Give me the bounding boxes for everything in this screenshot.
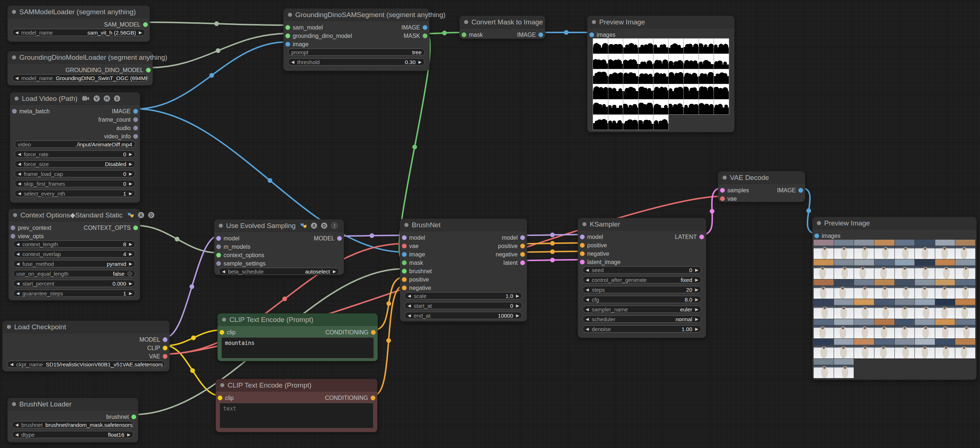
input-slot-dot[interactable] — [402, 269, 407, 274]
increment-arrow-icon[interactable]: ▶ — [695, 317, 698, 321]
widget-beta_schedule[interactable]: ◀beta_scheduleautoselect▶ — [219, 268, 339, 275]
decrement-arrow-icon[interactable]: ◀ — [16, 292, 19, 295]
collapse-dot-icon[interactable] — [288, 13, 292, 17]
output-slot-dot[interactable] — [131, 415, 136, 419]
output-slot-dot[interactable] — [520, 244, 525, 249]
increment-arrow-icon[interactable]: ▶ — [129, 262, 132, 266]
decrement-arrow-icon[interactable]: ◀ — [408, 304, 410, 308]
decrement-arrow-icon[interactable]: ◀ — [586, 278, 589, 282]
input-slot-dot[interactable] — [220, 330, 224, 335]
widget-dtype[interactable]: ◀dtypefloat16▶ — [12, 431, 134, 438]
output-slot-dot[interactable] — [520, 252, 525, 257]
output-slot-dot[interactable] — [143, 22, 148, 27]
node-clip_neg[interactable]: CLIP Text Encode (Prompt)clipCONDITIONIN… — [215, 379, 377, 432]
collapse-dot-icon[interactable] — [13, 213, 17, 217]
output-slot-dot[interactable] — [520, 260, 525, 265]
node-load_video[interactable]: Load Video (Path)VHSmeta_batchIMAGEframe… — [10, 92, 140, 203]
link-midpoint-dot[interactable] — [209, 73, 214, 78]
widget-ckpt_name[interactable]: ◀ckpt_nameSD15/realisticVisionV60B1_v51V… — [7, 360, 165, 368]
decrement-arrow-icon[interactable]: ◀ — [16, 242, 19, 246]
output-slot-dot[interactable] — [423, 25, 427, 30]
input-slot-dot[interactable] — [580, 260, 585, 265]
link-midpoint-dot[interactable] — [550, 241, 555, 246]
node-preview_bottom[interactable]: Preview Imageimages — [812, 217, 977, 380]
node-segment[interactable]: GroundingDinoSAMSegment (segment anythin… — [283, 8, 430, 71]
collapse-dot-icon[interactable] — [14, 97, 19, 100]
increment-arrow-icon[interactable]: ▶ — [129, 152, 132, 156]
widget-control_after_generate[interactable]: ◀control_after_generatefixed▶ — [582, 276, 702, 283]
input-slot-dot[interactable] — [402, 252, 407, 257]
increment-arrow-icon[interactable]: ▶ — [139, 30, 142, 35]
node-title-bar[interactable]: Load Video (Path)VHS — [10, 92, 140, 105]
decrement-arrow-icon[interactable]: ◀ — [16, 252, 19, 256]
output-slot-dot[interactable] — [163, 354, 167, 359]
node-title-bar[interactable]: SAMModelLoader (segment anything) — [8, 6, 150, 18]
node-convert_mask[interactable]: Convert Mask to ImagemaskIMAGE — [460, 16, 545, 39]
collapse-dot-icon[interactable] — [404, 223, 409, 227]
link-midpoint-dot[interactable] — [564, 30, 569, 35]
decrement-arrow-icon[interactable]: ◀ — [586, 268, 589, 272]
widget-skip_first_frames[interactable]: ◀skip_first_frames0▶ — [14, 180, 135, 187]
increment-arrow-icon[interactable]: ▶ — [695, 288, 698, 292]
node-title-bar[interactable]: Preview Image — [813, 217, 976, 230]
output-slot-dot[interactable] — [163, 337, 167, 342]
collapse-dot-icon[interactable] — [12, 10, 16, 14]
prompt-textarea[interactable]: text — [220, 403, 374, 428]
decrement-arrow-icon[interactable]: ◀ — [586, 288, 589, 292]
collapse-dot-icon[interactable] — [12, 55, 16, 59]
node-title-bar[interactable]: VAE Decode — [718, 172, 805, 184]
widget-sampler_name[interactable]: ◀sampler_nameeuler▶ — [582, 306, 702, 313]
decrement-arrow-icon[interactable]: ◀ — [291, 60, 294, 64]
widget-prompt[interactable]: prompttree — [288, 48, 425, 56]
prompt-textarea[interactable]: mountains — [221, 337, 374, 359]
link-midpoint-dot[interactable] — [386, 338, 391, 343]
input-slot-dot[interactable] — [402, 235, 407, 240]
decrement-arrow-icon[interactable]: ◀ — [408, 294, 410, 298]
decrement-arrow-icon[interactable]: ◀ — [18, 191, 21, 196]
input-slot-dot[interactable] — [720, 196, 725, 201]
output-slot-dot[interactable] — [133, 117, 138, 122]
increment-arrow-icon[interactable]: ▶ — [695, 268, 698, 272]
increment-arrow-icon[interactable]: ▶ — [129, 282, 132, 285]
input-slot-dot[interactable] — [580, 234, 585, 239]
collapse-dot-icon[interactable] — [722, 175, 727, 180]
widget-threshold[interactable]: ◀threshold0.30▶ — [288, 58, 425, 65]
decrement-arrow-icon[interactable]: ◀ — [16, 282, 19, 285]
node-title-bar[interactable]: BrushNet — [400, 219, 527, 231]
widget-context_length[interactable]: ◀context_length8▶ — [13, 241, 135, 248]
output-slot-dot[interactable] — [163, 346, 167, 351]
node-ksampler[interactable]: KSamplermodelLATENTpositivenegativelaten… — [578, 218, 706, 338]
decrement-arrow-icon[interactable]: ◀ — [586, 327, 589, 331]
widget-force_size[interactable]: ◀force_sizeDisabled▶ — [14, 160, 135, 167]
increment-arrow-icon[interactable]: ▶ — [127, 433, 130, 437]
node-title-bar[interactable]: BrushNet Loader — [8, 398, 138, 410]
decrement-arrow-icon[interactable]: ◀ — [18, 172, 21, 176]
node-brushnet[interactable]: BrushNetmodelmodelvaepositiveimagenegati… — [400, 218, 527, 322]
decrement-arrow-icon[interactable]: ◀ — [586, 298, 589, 301]
node-title-bar[interactable]: CLIP Text Encode (Prompt) — [218, 314, 377, 326]
node-dino_loader[interactable]: GroundingDinoModelLoader (segment anythi… — [7, 51, 153, 86]
input-slot-dot[interactable] — [402, 277, 407, 282]
widget-model_name[interactable]: ◀model_namesam_vit_h (2.56GB)▶ — [12, 29, 145, 36]
node-title-bar[interactable]: GroundingDinoSAMSegment (segment anythin… — [283, 9, 429, 21]
toggle-knob-icon[interactable] — [127, 271, 132, 276]
widget-frame_load_cap[interactable]: ◀frame_load_cap0▶ — [14, 170, 135, 177]
node-context_options[interactable]: Context Options◆Standard StaticADprev_co… — [8, 209, 140, 300]
widget-end_at[interactable]: ◀end_at10000▶ — [404, 312, 522, 319]
link-midpoint-dot[interactable] — [412, 145, 417, 149]
decrement-arrow-icon[interactable]: ◀ — [15, 423, 18, 427]
widget-fuse_method[interactable]: ◀fuse_methodpyramid▶ — [13, 260, 135, 267]
decrement-arrow-icon[interactable]: ◀ — [408, 314, 410, 317]
node-preview_top[interactable]: Preview Imageimages — [587, 16, 735, 132]
increment-arrow-icon[interactable]: ▶ — [516, 314, 519, 317]
input-slot-dot[interactable] — [285, 33, 290, 38]
input-slot-dot[interactable] — [12, 109, 17, 114]
node-title-bar[interactable]: KSampler — [578, 218, 706, 231]
node-load_checkpoint[interactable]: Load CheckpointMODELCLIPVAE◀ckpt_nameSD1… — [2, 320, 170, 371]
widget-cfg[interactable]: ◀cfg8.0▶ — [582, 296, 702, 303]
increment-arrow-icon[interactable]: ▶ — [129, 182, 132, 186]
input-slot-dot[interactable] — [218, 395, 223, 400]
link-midpoint-dot[interactable] — [267, 178, 272, 183]
output-slot-dot[interactable] — [133, 126, 138, 131]
input-slot-dot[interactable] — [402, 244, 407, 249]
